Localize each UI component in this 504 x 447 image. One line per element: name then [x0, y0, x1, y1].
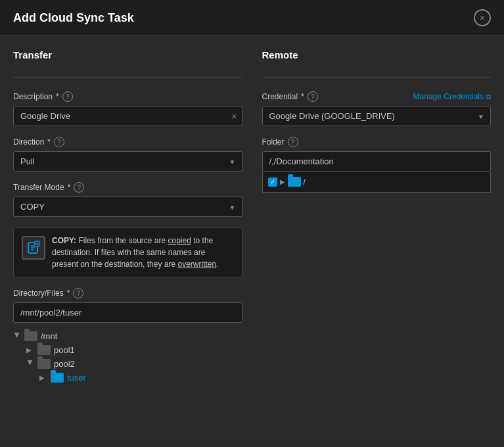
transfer-mode-label: Transfer Mode * ? [13, 182, 242, 193]
remote-section-title: Remote [262, 49, 492, 60]
credential-label: Credential * ? [262, 91, 318, 102]
credential-label-row: Credential * ? Manage Credentials ⧉ [262, 91, 492, 102]
manage-credentials-icon: ⧉ [486, 93, 491, 101]
folder-tree-arrow[interactable]: ▶ [280, 178, 285, 185]
copy-info-box: COPY: Files from the source are copied t… [13, 227, 242, 277]
credential-select-wrapper: Google Drive (GOOGLE_DRIVE) ▼ [262, 106, 492, 126]
left-panel: Transfer Description * ? × Direction * ? [13, 49, 242, 434]
description-help-icon[interactable]: ? [62, 91, 73, 102]
pool2-children: ▶ tuser [39, 371, 242, 385]
modal: Add Cloud Sync Task × Transfer Descripti… [0, 0, 504, 447]
tree-node-tuser: ▶ tuser [39, 371, 242, 385]
directory-help-icon[interactable]: ? [73, 288, 83, 298]
direction-select-wrapper: Pull Push ▼ [13, 151, 242, 172]
modal-body: Transfer Description * ? × Direction * ? [0, 36, 504, 447]
description-input[interactable] [13, 106, 242, 126]
transfer-section-title: Transfer [13, 49, 242, 60]
description-label: Description * ? [13, 91, 242, 102]
directory-field: Directory/Files * ? ▶ /mnt ▶ [13, 288, 242, 385]
transfer-mode-field: Transfer Mode * ? COPY MOVE SYNC ▼ [13, 182, 242, 217]
mnt-children: ▶ pool1 ▶ pool2 ▶ [26, 343, 242, 385]
mnt-expand-arrow[interactable]: ▶ [14, 333, 21, 341]
tree-node-pool2: ▶ pool2 [26, 357, 242, 371]
direction-select[interactable]: Pull Push [13, 151, 242, 172]
mnt-label: /mnt [41, 331, 57, 341]
direction-help-icon[interactable]: ? [54, 137, 64, 147]
folder-tree: ✓ ▶ / [262, 172, 492, 193]
mnt-folder-icon [24, 331, 37, 341]
manage-credentials-link[interactable]: Manage Credentials ⧉ [413, 92, 491, 101]
pool1-expand-arrow[interactable]: ▶ [26, 346, 34, 354]
modal-title: Add Cloud Sync Task [13, 11, 134, 25]
remote-folder-icon [288, 177, 301, 187]
description-field: Description * ? × [13, 91, 242, 126]
folder-input[interactable] [262, 151, 492, 172]
transfer-mode-select-wrapper: COPY MOVE SYNC ▼ [13, 197, 242, 217]
tree-node-pool1: ▶ pool1 [26, 343, 242, 357]
right-panel: Remote Credential * ? Manage Credentials… [262, 49, 492, 434]
modal-header: Add Cloud Sync Task × [0, 0, 504, 36]
direction-field: Direction * ? Pull Push ▼ [13, 137, 242, 172]
pool1-folder-icon [37, 345, 51, 355]
pool1-label: pool1 [54, 345, 75, 355]
folder-field: Folder ? ✓ ▶ / [262, 137, 492, 193]
folder-label: Folder ? [262, 137, 492, 147]
tree-node-mnt: ▶ /mnt [13, 329, 242, 343]
pool2-folder-icon [37, 359, 51, 369]
copy-info-icon [22, 236, 45, 260]
description-input-wrapper: × [13, 106, 242, 126]
close-button[interactable]: × [474, 9, 491, 26]
direction-label: Direction * ? [13, 137, 242, 147]
folder-checkbox[interactable]: ✓ [268, 177, 277, 187]
description-clear-button[interactable]: × [231, 111, 237, 122]
directory-label: Directory/Files * ? [13, 288, 242, 298]
remote-folder-label: / [304, 177, 306, 187]
directory-tree: ▶ /mnt ▶ pool1 ▶ [13, 329, 242, 385]
tuser-expand-arrow[interactable]: ▶ [39, 374, 47, 381]
copy-info-text: COPY: Files from the source are copied t… [52, 235, 234, 270]
folder-help-icon[interactable]: ? [288, 137, 298, 147]
tuser-label: tuser [67, 373, 86, 383]
credential-help-icon[interactable]: ? [308, 91, 318, 102]
pool2-label: pool2 [54, 359, 75, 369]
transfer-mode-select[interactable]: COPY MOVE SYNC [13, 197, 242, 217]
tuser-folder-icon [51, 373, 64, 383]
directory-input[interactable] [13, 302, 242, 323]
pool2-expand-arrow[interactable]: ▶ [27, 360, 34, 368]
credential-select[interactable]: Google Drive (GOOGLE_DRIVE) [262, 106, 492, 126]
credential-field: Credential * ? Manage Credentials ⧉ Goog… [262, 91, 492, 126]
transfer-mode-help-icon[interactable]: ? [74, 182, 84, 193]
